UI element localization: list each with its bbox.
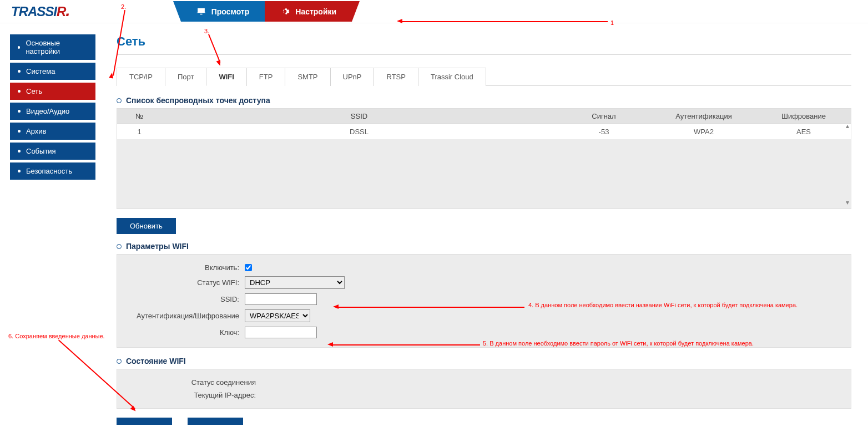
sidebar-item-label: Безопасность xyxy=(26,167,72,175)
ip-label: Текущий IP-адрес: xyxy=(128,391,261,399)
enable-label: Включить: xyxy=(128,263,245,272)
table-row[interactable]: 1 DSSL -53 WPA2 AES xyxy=(117,124,851,140)
state-section-title: Состояние WIFI xyxy=(117,357,851,365)
cell-ssid: DSSL xyxy=(162,124,557,140)
tab-settings[interactable]: Настройки xyxy=(265,1,352,22)
enable-checkbox[interactable] xyxy=(245,264,252,271)
sidebar-item-video[interactable]: Видео/Аудио xyxy=(10,103,95,120)
subtab-rtsp[interactable]: RTSP xyxy=(374,68,418,86)
save-button[interactable] xyxy=(117,418,172,425)
subtab-upnp[interactable]: UPnP xyxy=(330,68,375,86)
ap-table: № SSID Сигнал Аутентификация Шифрование … xyxy=(117,109,851,139)
sidebar-item-label: Сеть xyxy=(26,87,42,95)
cell-auth: WPA2 xyxy=(651,124,756,140)
logo-accent: R xyxy=(57,4,65,19)
cell-num: 1 xyxy=(117,124,162,140)
sidebar-item-label: Система xyxy=(26,67,55,75)
ap-section-title: Список беспроводных точек доступа xyxy=(117,96,851,105)
scroll-down-icon[interactable]: ▾ xyxy=(846,199,849,206)
col-signal: Сигнал xyxy=(557,109,651,124)
state-panel: Статус соединения Текущий IP-адрес: xyxy=(117,369,851,409)
cell-signal: -53 xyxy=(557,124,651,140)
auth-select[interactable]: WPA2PSK/AES xyxy=(245,309,310,322)
ap-panel: № SSID Сигнал Аутентификация Шифрование … xyxy=(117,108,851,209)
sidebar-item-archive[interactable]: Архив xyxy=(10,123,95,140)
sidebar-item-network[interactable]: Сеть xyxy=(10,83,95,100)
subtab-tcpip[interactable]: TCP/IP xyxy=(117,68,165,86)
page-title: Сеть xyxy=(117,34,851,55)
ssid-label: SSID: xyxy=(128,295,245,303)
status-label: Статус WIFI: xyxy=(128,278,245,287)
sidebar-item-basic[interactable]: Основные настройки xyxy=(10,34,95,60)
gear-icon xyxy=(280,7,290,16)
top-bar: TRASSIR. Просмотр Настройки xyxy=(0,0,868,23)
subtab-smtp[interactable]: SMTP xyxy=(285,68,330,86)
sidebar-item-label: События xyxy=(26,147,56,155)
nav-tabs: Просмотр Настройки xyxy=(181,1,352,22)
auth-label: Аутентификация/Шифрование xyxy=(128,312,245,320)
button-2[interactable] xyxy=(188,418,243,425)
sidebar-item-system[interactable]: Система xyxy=(10,63,95,80)
tab-settings-label: Настройки xyxy=(295,7,336,16)
logo-text: TRASSI xyxy=(11,4,57,19)
params-panel: Включить: Статус WIFI: DHCP SSID: Аутент… xyxy=(117,254,851,348)
logo-dot: . xyxy=(65,1,69,19)
sidebar-item-label: Видео/Аудио xyxy=(26,107,69,115)
subtab-cloud[interactable]: Trassir Cloud xyxy=(418,68,486,86)
col-num: № xyxy=(117,109,162,124)
col-ssid: SSID xyxy=(162,109,557,124)
subtab-wifi[interactable]: WIFI xyxy=(206,68,246,86)
subtab-ftp[interactable]: FTP xyxy=(246,68,286,86)
tab-preview-label: Просмотр xyxy=(211,7,250,16)
logo: TRASSIR. xyxy=(11,4,70,19)
key-label: Ключ: xyxy=(128,328,245,337)
ap-scroll-area[interactable]: № SSID Сигнал Аутентификация Шифрование … xyxy=(117,109,851,209)
scroll-up-icon[interactable]: ▴ xyxy=(846,122,849,130)
sidebar: Основные настройки Система Сеть Видео/Ау… xyxy=(0,23,105,436)
params-section-title: Параметры WIFI xyxy=(117,242,851,251)
sidebar-item-security[interactable]: Безопасность xyxy=(10,162,95,180)
content-area: Сеть TCP/IP Порт WIFI FTP SMTP UPnP RTSP… xyxy=(105,23,868,436)
sidebar-item-label: Основные настройки xyxy=(26,39,88,55)
cell-enc: AES xyxy=(756,124,851,140)
col-auth: Аутентификация xyxy=(651,109,756,124)
status-select[interactable]: DHCP xyxy=(245,276,345,289)
monitor-icon xyxy=(196,7,206,16)
refresh-button[interactable]: Обновить xyxy=(117,218,176,234)
conn-label: Статус соединения xyxy=(128,378,261,387)
subtab-port[interactable]: Порт xyxy=(165,68,206,86)
sidebar-item-label: Архив xyxy=(26,127,46,135)
tab-preview[interactable]: Просмотр xyxy=(181,1,265,22)
col-enc: Шифрование xyxy=(756,109,851,124)
subtabs: TCP/IP Порт WIFI FTP SMTP UPnP RTSP Tras… xyxy=(117,67,851,86)
ssid-input[interactable] xyxy=(245,293,317,305)
sidebar-item-events[interactable]: События xyxy=(10,143,95,160)
key-input[interactable] xyxy=(245,327,317,338)
